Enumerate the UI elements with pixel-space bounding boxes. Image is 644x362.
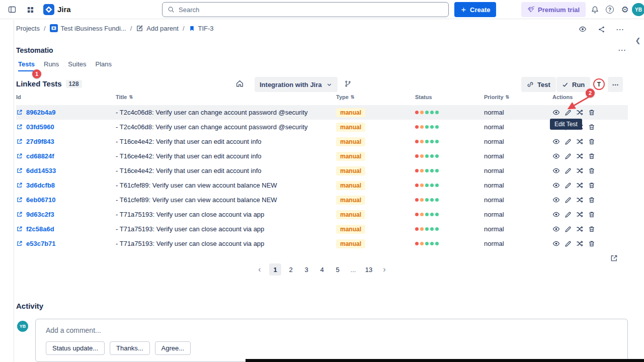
pagination-page-2[interactable]: 2 <box>285 263 297 276</box>
status-dots <box>415 198 484 202</box>
sync-test-icon[interactable] <box>576 167 584 174</box>
search-icon <box>168 6 175 13</box>
create-button[interactable]: Create <box>454 2 496 17</box>
quick-reply-0[interactable]: Status update... <box>46 341 105 355</box>
sidebar-toggle-icon[interactable] <box>4 2 20 18</box>
edit-test-icon[interactable] <box>565 138 572 145</box>
comment-placeholder[interactable]: Add a comment... <box>46 326 101 334</box>
view-test-icon[interactable] <box>552 152 560 160</box>
view-test-icon[interactable] <box>552 211 560 218</box>
edit-test-icon[interactable] <box>565 153 572 160</box>
edit-test-icon[interactable] <box>565 197 572 204</box>
search-input[interactable] <box>179 6 443 14</box>
test-id-link[interactable]: 6dd14533 <box>26 167 56 174</box>
table-row: 9d63c2f3 - T71a75193: Verify user can cl… <box>16 207 628 222</box>
test-id-link[interactable]: 9d63c2f3 <box>26 211 54 218</box>
watch-eye-icon[interactable] <box>575 21 591 37</box>
app-switcher-icon[interactable] <box>22 2 38 18</box>
header-title[interactable]: Title ⇅ <box>116 94 336 100</box>
sync-test-icon[interactable] <box>576 196 584 204</box>
test-id-link[interactable]: 8962b4a9 <box>26 109 56 116</box>
add-parent-button[interactable]: Add parent <box>136 25 179 32</box>
breadcrumb-project[interactable]: Test iBusiness Fundi... <box>50 24 126 32</box>
home-icon[interactable] <box>235 79 244 88</box>
view-test-icon[interactable] <box>552 240 560 247</box>
export-icon[interactable] <box>610 254 618 262</box>
pagination-page-4[interactable]: 4 <box>316 263 328 276</box>
sync-test-icon[interactable] <box>576 211 584 218</box>
integration-dropdown[interactable]: Integration with Jira <box>255 77 338 92</box>
sync-test-icon[interactable] <box>576 152 584 160</box>
delete-test-icon[interactable] <box>588 124 595 131</box>
test-id-link[interactable]: 3d6dcfb8 <box>26 182 55 189</box>
pagination-page-3[interactable]: 3 <box>300 263 312 276</box>
more-actions-icon[interactable]: ⋯ <box>612 21 628 37</box>
test-id-link[interactable]: e53c7b71 <box>26 240 56 247</box>
delete-test-icon[interactable] <box>588 153 595 160</box>
sync-test-icon[interactable] <box>576 182 584 189</box>
pagination-page-13[interactable]: 13 <box>363 263 375 276</box>
delete-test-icon[interactable] <box>588 226 595 233</box>
pagination-prev[interactable]: ‹ <box>254 263 266 276</box>
test-title: - T16ce4e42: Verify that user can edit a… <box>116 152 336 160</box>
header-priority[interactable]: Priority ⇅ <box>484 94 552 100</box>
jira-logo[interactable] <box>43 4 54 15</box>
quick-reply-2[interactable]: Agree... <box>155 341 191 355</box>
test-button[interactable]: Test <box>521 77 556 92</box>
delete-test-icon[interactable] <box>588 138 595 145</box>
branch-icon[interactable] <box>344 80 352 87</box>
share-icon[interactable] <box>593 21 609 37</box>
view-test-icon[interactable] <box>552 182 560 189</box>
priority-value: normal <box>484 240 552 247</box>
table-more-button[interactable]: ⋯ <box>608 77 623 92</box>
priority-value: normal <box>484 211 552 218</box>
delete-test-icon[interactable] <box>588 167 595 174</box>
comment-box[interactable]: Add a comment... Status update...Thanks.… <box>35 319 628 362</box>
collapse-panel-chevron-icon[interactable]: ❮ <box>633 35 643 45</box>
breadcrumb-issue-key[interactable]: TIF-3 <box>189 25 214 32</box>
sync-test-icon[interactable] <box>576 138 584 145</box>
sync-test-icon[interactable] <box>576 240 584 247</box>
panel-more-icon[interactable]: ⋯ <box>615 44 629 55</box>
test-id-link[interactable]: 6eb06710 <box>26 196 56 204</box>
edit-test-icon[interactable] <box>565 240 572 247</box>
delete-test-icon[interactable] <box>588 197 595 204</box>
delete-test-icon[interactable] <box>588 182 595 189</box>
status-dots <box>415 154 484 158</box>
sync-test-icon[interactable] <box>576 225 584 233</box>
pagination-next[interactable]: › <box>378 263 390 276</box>
edit-test-icon[interactable] <box>565 226 572 233</box>
pagination-page-5[interactable]: 5 <box>332 263 344 276</box>
status-dot <box>425 125 429 129</box>
user-avatar[interactable]: YB <box>632 3 644 16</box>
tab-plans[interactable]: Plans <box>96 60 112 71</box>
settings-gear-icon[interactable]: ⚙ <box>617 2 633 18</box>
view-test-icon[interactable] <box>552 167 560 174</box>
test-id-link[interactable]: 03fd5960 <box>26 123 54 131</box>
delete-test-icon[interactable] <box>588 240 595 247</box>
run-button[interactable]: Run <box>556 77 590 92</box>
global-search[interactable] <box>162 2 449 17</box>
quick-reply-1[interactable]: Thanks... <box>110 341 149 355</box>
header-type[interactable]: Type ⇅ <box>336 94 415 100</box>
tab-tests[interactable]: Tests <box>18 60 35 71</box>
view-test-icon[interactable] <box>552 225 560 233</box>
edit-test-icon[interactable] <box>565 211 572 218</box>
edit-test-icon[interactable] <box>565 182 572 189</box>
test-id-link[interactable]: cd68824f <box>26 152 54 160</box>
notifications-bell-icon[interactable] <box>587 2 603 18</box>
test-id-link[interactable]: 27d9f843 <box>26 138 54 145</box>
status-dot <box>425 242 429 245</box>
breadcrumb-projects[interactable]: Projects <box>16 25 40 32</box>
help-icon[interactable]: ? <box>602 2 618 18</box>
edit-test-icon[interactable] <box>565 167 572 174</box>
view-test-icon[interactable] <box>552 109 560 116</box>
view-test-icon[interactable] <box>552 138 560 145</box>
premium-trial-button[interactable]: Premium trial <box>521 2 586 17</box>
delete-test-icon[interactable] <box>588 211 595 218</box>
pagination-page-1[interactable]: 1 <box>269 263 281 276</box>
tab-runs[interactable]: Runs <box>44 60 59 71</box>
view-test-icon[interactable] <box>552 196 560 204</box>
tab-suites[interactable]: Suites <box>68 60 86 71</box>
test-id-link[interactable]: f2c58a6d <box>26 225 54 233</box>
